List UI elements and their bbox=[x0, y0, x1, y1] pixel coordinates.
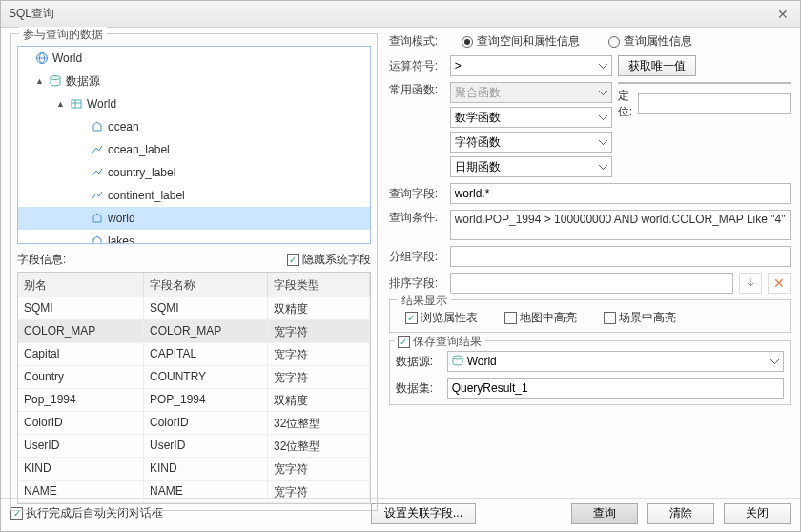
close-button[interactable]: 关闭 bbox=[724, 503, 791, 524]
table-row[interactable]: CapitalCAPITAL宽字符 bbox=[18, 343, 370, 366]
toggle-icon: ▲ bbox=[35, 76, 45, 86]
locate-input[interactable] bbox=[638, 93, 791, 114]
tree-item[interactable]: continent_label bbox=[18, 184, 370, 207]
query-cond-label: 查询条件: bbox=[389, 210, 444, 226]
operator-select[interactable]: > bbox=[450, 55, 612, 76]
svg-point-7 bbox=[453, 356, 462, 359]
result-display-legend: 结果显示 bbox=[398, 293, 451, 309]
radio-spatial-attr[interactable]: 查询空间和属性信息 bbox=[462, 33, 580, 50]
table-row[interactable]: UserIDUserID32位整型 bbox=[18, 435, 370, 458]
sort-field-input[interactable] bbox=[450, 273, 733, 294]
dataset-input[interactable] bbox=[447, 378, 784, 399]
table-row[interactable]: Pop_1994POP_1994双精度 bbox=[18, 389, 370, 412]
region-icon bbox=[91, 212, 104, 225]
globe-icon bbox=[35, 51, 49, 65]
tree-item[interactable]: ▲World bbox=[18, 92, 370, 115]
line-icon bbox=[91, 143, 104, 156]
region-icon bbox=[91, 120, 104, 133]
unique-values-list[interactable] bbox=[618, 82, 791, 84]
browse-attr-checkbox[interactable]: ✓浏览属性表 bbox=[405, 310, 478, 326]
highlight-scene-checkbox[interactable]: 场景中高亮 bbox=[604, 310, 676, 326]
query-mode-label: 查询模式: bbox=[389, 33, 444, 50]
clear-sort-icon[interactable]: ✕ bbox=[768, 273, 791, 294]
toggle-icon: ▲ bbox=[56, 99, 66, 109]
field-info-label: 字段信息: bbox=[17, 252, 66, 268]
svg-rect-4 bbox=[72, 100, 81, 108]
tree-item[interactable]: lakes bbox=[18, 230, 370, 244]
table-row[interactable]: KINDKIND宽字符 bbox=[18, 458, 370, 481]
close-icon[interactable]: ✕ bbox=[773, 7, 792, 22]
col-type[interactable]: 字段类型 bbox=[268, 273, 370, 297]
string-func-select[interactable]: 字符函数 bbox=[450, 132, 612, 153]
locate-label: 定位: bbox=[618, 88, 632, 120]
query-field-input[interactable] bbox=[450, 183, 791, 204]
datasource-icon bbox=[49, 74, 62, 88]
datasource-label: 数据源: bbox=[396, 354, 442, 370]
group-field-input[interactable] bbox=[450, 246, 791, 267]
tree-item[interactable]: ▲数据源 bbox=[18, 70, 370, 92]
tree-item[interactable]: world bbox=[18, 207, 370, 230]
common-func-label: 常用函数: bbox=[389, 82, 444, 98]
save-result-checkbox[interactable]: ✓保存查询结果 bbox=[398, 334, 482, 350]
table-row[interactable]: ColorIDColorID32位整型 bbox=[18, 412, 370, 435]
datasource-icon bbox=[451, 354, 464, 370]
sort-field-label: 排序字段: bbox=[389, 276, 444, 292]
participate-legend: 参与查询的数据 bbox=[19, 27, 107, 43]
query-field-label: 查询字段: bbox=[389, 186, 444, 202]
radio-icon bbox=[462, 36, 473, 48]
checkbox-icon: ✓ bbox=[287, 254, 299, 266]
field-table[interactable]: 别名 字段名称 字段类型 SQMISQMI双精度COLOR_MAPCOLOR_M… bbox=[17, 272, 371, 504]
tree-item[interactable]: ocean bbox=[18, 115, 370, 138]
clear-button[interactable]: 清除 bbox=[647, 503, 714, 524]
date-func-select[interactable]: 日期函数 bbox=[450, 156, 612, 177]
group-field-label: 分组字段: bbox=[389, 249, 444, 265]
tree-item[interactable]: World bbox=[18, 47, 370, 70]
table-row[interactable]: COLOR_MAPCOLOR_MAP宽字符 bbox=[18, 320, 370, 343]
operator-label: 运算符号: bbox=[389, 58, 444, 74]
svg-point-3 bbox=[51, 76, 60, 80]
get-unique-button[interactable]: 获取唯一值 bbox=[618, 55, 696, 76]
titlebar: SQL查询 ✕ bbox=[1, 1, 800, 28]
table-row[interactable]: SQMISQMI双精度 bbox=[18, 297, 370, 320]
math-func-select[interactable]: 数学函数 bbox=[450, 107, 612, 128]
hide-sys-fields-checkbox[interactable]: ✓ 隐藏系统字段 bbox=[287, 252, 371, 268]
radio-attr-only[interactable]: 查询属性信息 bbox=[608, 33, 692, 50]
dataset-label: 数据集: bbox=[396, 380, 442, 397]
region-icon bbox=[91, 235, 104, 244]
query-button[interactable]: 查询 bbox=[571, 503, 638, 524]
line-icon bbox=[91, 189, 104, 202]
highlight-map-checkbox[interactable]: 地图中高亮 bbox=[504, 310, 577, 326]
table-row[interactable]: NAMENAME宽字符 bbox=[18, 481, 370, 503]
col-alias[interactable]: 别名 bbox=[18, 273, 144, 297]
radio-icon bbox=[608, 36, 620, 48]
datasource-select[interactable]: World bbox=[447, 351, 784, 372]
data-tree[interactable]: World▲数据源▲Worldoceanocean_labelcountry_l… bbox=[17, 46, 371, 244]
aggregate-select[interactable]: 聚合函数 bbox=[450, 82, 612, 103]
dataset-icon bbox=[70, 97, 83, 111]
sort-direction-icon[interactable] bbox=[739, 273, 762, 294]
table-row[interactable]: CountryCOUNTRY宽字符 bbox=[18, 366, 370, 389]
set-relate-button[interactable]: 设置关联字段... bbox=[371, 503, 476, 524]
line-icon bbox=[91, 166, 104, 179]
tree-item[interactable]: ocean_label bbox=[18, 138, 370, 161]
col-name[interactable]: 字段名称 bbox=[144, 273, 268, 297]
query-cond-input[interactable]: world.POP_1994 > 100000000 AND world.COL… bbox=[450, 210, 791, 240]
window-title: SQL查询 bbox=[9, 6, 54, 22]
tree-item[interactable]: country_label bbox=[18, 161, 370, 184]
